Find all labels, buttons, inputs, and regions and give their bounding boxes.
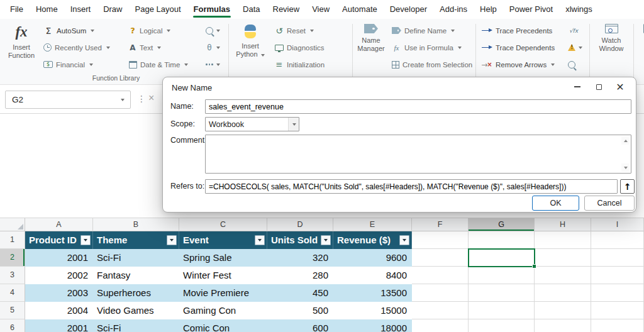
cell-A6[interactable]: 2001 <box>25 319 93 332</box>
name-manager-button[interactable]: Name Manager <box>355 21 387 53</box>
tab-data[interactable]: Data <box>236 0 266 19</box>
tab-add-ins[interactable]: Add-ins <box>433 0 474 19</box>
cell-D3[interactable]: 280 <box>267 267 333 284</box>
calculation-options-button[interactable] <box>637 21 644 33</box>
error-checking-button[interactable] <box>566 39 589 56</box>
comment-scroll-up-button[interactable] <box>621 136 630 145</box>
cell-A1[interactable]: Product ID <box>25 231 93 249</box>
scope-dropdown[interactable]: Workbook <box>205 117 299 131</box>
cell-H1[interactable] <box>535 231 591 249</box>
cell-I6[interactable] <box>591 319 644 332</box>
tab-file[interactable]: File <box>4 0 30 19</box>
row-header-2[interactable]: 2 <box>0 249 25 267</box>
filter-button-revenue[interactable] <box>399 235 409 245</box>
name-box-caret-icon[interactable] <box>121 99 125 101</box>
name-box[interactable]: G2 <box>5 91 131 109</box>
cell-C1[interactable]: Event <box>179 231 267 249</box>
tab-help[interactable]: Help <box>474 0 503 19</box>
fill-handle[interactable] <box>532 264 536 268</box>
filter-button-units-sold[interactable] <box>321 235 331 245</box>
column-header-E[interactable]: E <box>333 218 412 231</box>
cell-H3[interactable] <box>535 267 591 284</box>
cell-D5[interactable]: 500 <box>267 302 333 319</box>
cell-B2[interactable]: Sci-Fi <box>93 249 179 267</box>
cell-A2[interactable]: 2001 <box>25 249 93 267</box>
trace-dependents-button[interactable]: Trace Dependents <box>478 39 565 56</box>
comment-textarea[interactable] <box>205 135 631 174</box>
cell-A4[interactable]: 2003 <box>25 284 93 302</box>
tab-page-layout[interactable]: Page Layout <box>129 0 187 19</box>
cell-E3[interactable]: 8400 <box>333 267 412 284</box>
cell-E4[interactable]: 13500 <box>333 284 412 302</box>
cell-A5[interactable]: 2004 <box>25 302 93 319</box>
column-header-D[interactable]: D <box>267 218 333 231</box>
cell-A3[interactable]: 2002 <box>25 267 93 284</box>
cell-F5[interactable] <box>412 302 469 319</box>
tab-formulas[interactable]: Formulas <box>187 0 237 19</box>
selection-G2[interactable] <box>468 248 535 267</box>
tab-developer[interactable]: Developer <box>384 0 433 19</box>
scope-caret-button[interactable] <box>288 118 299 131</box>
row-header-3[interactable]: 3 <box>0 267 25 284</box>
logical-button[interactable]: Logical <box>126 22 201 39</box>
cell-F6[interactable] <box>412 319 469 332</box>
cell-B1[interactable]: Theme <box>93 231 179 249</box>
name-input[interactable] <box>205 99 631 114</box>
cancel-button[interactable]: Cancel <box>584 196 635 211</box>
cell-H6[interactable] <box>535 319 591 332</box>
comment-scroll-down-button[interactable] <box>621 163 630 172</box>
column-header-A[interactable]: A <box>25 218 93 231</box>
watch-window-button[interactable]: Watch Window <box>594 21 629 53</box>
text-button[interactable]: Text <box>126 39 201 56</box>
cell-G3[interactable] <box>469 267 535 284</box>
cell-C6[interactable]: Comic Con <box>179 319 267 332</box>
row-header-1[interactable]: 1 <box>0 231 25 249</box>
cell-I3[interactable] <box>591 267 644 284</box>
cell-E5[interactable]: 15000 <box>333 302 412 319</box>
filter-button-product-id[interactable] <box>80 235 91 245</box>
tab-home[interactable]: Home <box>30 0 64 19</box>
tab-review[interactable]: Review <box>267 0 306 19</box>
row-header-4[interactable]: 4 <box>0 284 25 302</box>
use-in-formula-button[interactable]: Use in Formula <box>389 39 477 56</box>
cell-C3[interactable]: Winter Fest <box>179 267 267 284</box>
column-header-G[interactable]: G <box>469 218 535 231</box>
cell-H5[interactable] <box>535 302 591 319</box>
remove-arrows-button[interactable]: Remove Arrows <box>478 56 565 73</box>
close-button[interactable]: ✕ <box>609 79 631 95</box>
cell-B6[interactable]: Sci-Fi <box>93 319 179 332</box>
cell-F1[interactable] <box>412 231 469 249</box>
cell-I2[interactable] <box>591 249 644 267</box>
cell-E2[interactable]: 9600 <box>333 249 412 267</box>
show-formulas-button[interactable] <box>566 22 589 39</box>
cell-I5[interactable] <box>591 302 644 319</box>
cell-G1[interactable] <box>469 231 535 249</box>
cell-E1[interactable]: Revenue ($) <box>333 231 412 249</box>
cell-G4[interactable] <box>469 284 535 302</box>
tab-automate[interactable]: Automate <box>336 0 384 19</box>
tab-xlwings[interactable]: xlwings <box>559 0 599 19</box>
filter-button-theme[interactable] <box>167 235 177 245</box>
math-trig-button[interactable] <box>204 39 226 56</box>
cell-C2[interactable]: Spring Sale <box>179 249 267 267</box>
column-header-F[interactable]: F <box>412 218 469 231</box>
tab-power-pivot[interactable]: Power Pivot <box>503 0 559 19</box>
cell-C4[interactable]: Movie Premiere <box>179 284 267 302</box>
column-header-B[interactable]: B <box>93 218 179 231</box>
cell-B4[interactable]: Superheroes <box>93 284 179 302</box>
lookup-reference-button[interactable] <box>204 22 226 39</box>
refers-to-input[interactable] <box>205 179 618 194</box>
cell-C5[interactable]: Gaming Con <box>179 302 267 319</box>
diagnostics-button[interactable]: Diagnostics <box>272 39 351 56</box>
row-header-5[interactable]: 5 <box>0 302 25 319</box>
cell-E6[interactable]: 18000 <box>333 319 412 332</box>
trace-precedents-button[interactable]: Trace Precedents <box>478 22 565 39</box>
cell-I1[interactable] <box>591 231 644 249</box>
tab-insert[interactable]: Insert <box>64 0 97 19</box>
select-all-corner[interactable] <box>0 218 25 231</box>
cancel-entry-icon[interactable]: × <box>148 92 154 104</box>
create-from-selection-button[interactable]: Create from Selection <box>389 56 477 73</box>
autosum-button[interactable]: AutoSum <box>40 22 123 39</box>
cell-G6[interactable] <box>469 319 535 332</box>
cell-D1[interactable]: Units Sold <box>267 231 333 249</box>
